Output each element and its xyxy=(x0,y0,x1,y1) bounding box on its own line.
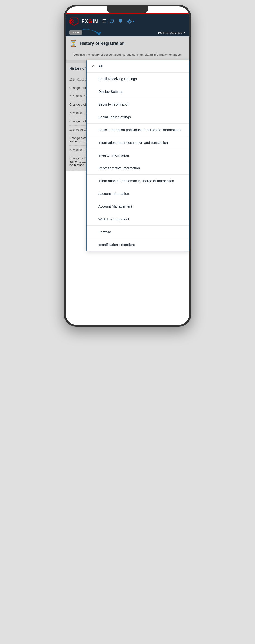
dropdown-item-wallet-management[interactable]: ✓ Wallet management xyxy=(87,213,189,226)
logo-text: FXGIN xyxy=(81,18,98,24)
points-balance-label: Points/balance xyxy=(158,30,182,34)
dropdown-item-identification[interactable]: ✓ Identification Procedure xyxy=(87,238,189,251)
dropdown-item-label: Basic information (individual or corpora… xyxy=(98,127,181,132)
dropdown-item-person-in-charge[interactable]: ✓ Information of the person in charge of… xyxy=(87,175,189,188)
logo: ✕ xyxy=(69,17,79,26)
svg-point-6 xyxy=(129,21,130,22)
spacer-icon: ✓ xyxy=(91,76,96,82)
spacer-icon: ✓ xyxy=(91,242,96,247)
svg-text:✕: ✕ xyxy=(71,19,74,24)
dropdown-item-account-management[interactable]: ✓ Account Management xyxy=(87,200,189,213)
dropdown-item-label: Security Information xyxy=(98,102,129,107)
spacer-icon: ✓ xyxy=(91,89,96,94)
app-header: ✕ FXGIN ☰ xyxy=(66,14,189,28)
spacer-icon: ✓ xyxy=(91,230,96,234)
spacer-icon: ✓ xyxy=(91,153,96,158)
dropdown-item-occupation-transaction[interactable]: ✓ Information about occupation and trans… xyxy=(87,136,189,149)
dropdown-item-label: Identification Procedure xyxy=(98,242,135,247)
spacer-icon: ✓ xyxy=(91,192,96,196)
phone-notch xyxy=(107,6,148,13)
dropdown-item-display-settings[interactable]: ✓ Display Settings xyxy=(87,85,189,98)
dropdown-item-basic-info[interactable]: ✓ Basic information (individual or corpo… xyxy=(87,124,189,136)
dropdown-item-social-login[interactable]: ✓ Social Login Settings xyxy=(87,111,189,124)
arrow-indicator xyxy=(79,27,107,36)
dropdown-item-label: Account information xyxy=(98,191,129,196)
dropdown-menu: ✓ All ✓ Email Receiving Settings ✓ Displ… xyxy=(86,60,189,251)
spacer-icon: ✓ xyxy=(91,115,96,120)
spacer-icon: ✓ xyxy=(91,179,96,184)
spacer-icon: ✓ xyxy=(91,128,96,132)
dropdown-item-label: Information about occupation and transac… xyxy=(98,140,168,145)
dropdown-item-account-info[interactable]: ✓ Account information xyxy=(87,188,189,200)
notification-icon[interactable] xyxy=(118,18,123,24)
scrollbar-track[interactable] xyxy=(188,64,189,246)
scrollbar-thumb[interactable] xyxy=(188,64,189,137)
spacer-icon: ✓ xyxy=(91,102,96,107)
spacer-icon: ✓ xyxy=(91,204,96,209)
dropdown-item-label: Representative information xyxy=(98,166,140,170)
check-icon: ✓ xyxy=(91,64,96,69)
hamburger-icon[interactable]: ☰ xyxy=(102,18,107,24)
svg-point-5 xyxy=(120,22,121,23)
dropdown-item-all[interactable]: ✓ All xyxy=(87,60,189,72)
power-icon[interactable] xyxy=(109,18,114,24)
spacer-icon: ✓ xyxy=(91,140,96,145)
dropdown-item-label: Email Receiving Settings xyxy=(98,76,137,81)
spacer-icon: ✓ xyxy=(91,166,96,171)
dropdown-item-investor-info[interactable]: ✓ Investor information xyxy=(87,149,189,162)
phone-frame: ✕ FXGIN ☰ xyxy=(64,5,191,327)
spacer-icon: ✓ xyxy=(91,217,96,222)
dropdown-item-label: Investor information xyxy=(98,153,129,158)
dropdown-item-representative-info[interactable]: ✓ Representative information xyxy=(87,162,189,175)
status-bar: Silver Points/balance ▾ xyxy=(66,28,189,36)
dropdown-item-label: Social Login Settings xyxy=(98,114,131,120)
points-balance-button[interactable]: Points/balance ▾ xyxy=(158,30,186,34)
dropdown-item-label: Information of the person in charge of t… xyxy=(98,178,174,183)
dropdown-item-label: Display Settings xyxy=(98,89,123,94)
logo-svg: ✕ xyxy=(69,17,79,26)
dropdown-item-label: Portfolio xyxy=(98,230,111,234)
points-balance-chevron-icon: ▾ xyxy=(184,30,186,34)
dropdown-item-label: All xyxy=(98,64,103,68)
dropdown-item-label: Account Management xyxy=(98,204,132,209)
header-icons: ▾ xyxy=(109,18,135,24)
dropdown-item-email-receiving[interactable]: ✓ Email Receiving Settings xyxy=(87,72,189,85)
dropdown-item-label: Wallet management xyxy=(98,217,129,222)
dropdown-item-security-info[interactable]: ✓ Security Information xyxy=(87,98,189,111)
settings-chevron-icon: ▾ xyxy=(133,19,135,24)
page-wrapper: ⏳ History of Registration Displays the h… xyxy=(66,36,189,171)
settings-button[interactable]: ▾ xyxy=(127,19,135,24)
dropdown-item-portfolio[interactable]: ✓ Portfolio xyxy=(87,226,189,238)
